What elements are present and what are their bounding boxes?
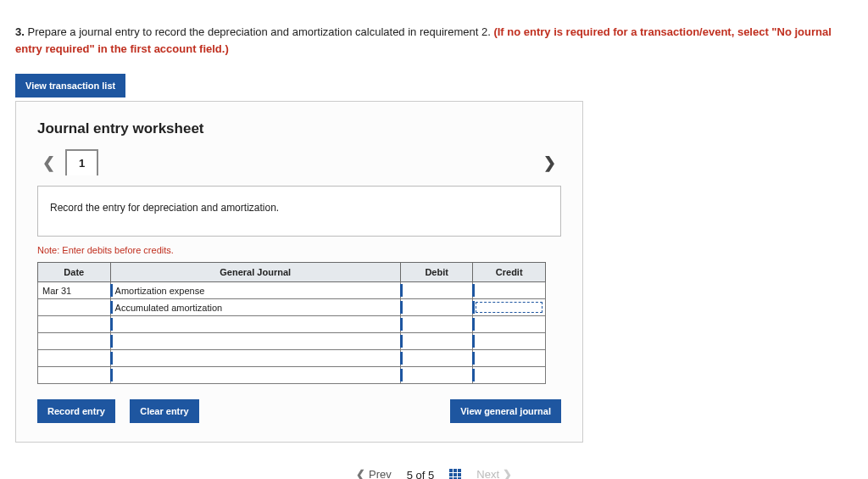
worksheet-title: Journal entry worksheet (37, 120, 561, 137)
credit-cell-focused[interactable] (473, 299, 546, 316)
credit-cell[interactable] (473, 316, 546, 333)
table-row: Mar 31 Amortization expense (38, 282, 546, 299)
account-cell[interactable] (110, 333, 400, 350)
table-row (38, 316, 546, 333)
step-navigator: ❮ 1 ❯ (37, 149, 561, 175)
chevron-right-icon: ❯ (503, 468, 512, 479)
prev-link[interactable]: ❮ Prev (356, 468, 391, 479)
debit-cell[interactable] (400, 299, 473, 316)
credit-cell[interactable] (473, 333, 546, 350)
question-body: Prepare a journal entry to record the de… (25, 25, 494, 38)
record-entry-button[interactable]: Record entry (37, 399, 115, 423)
grid-icon[interactable] (449, 469, 461, 479)
question-prompt: 3. Prepare a journal entry to record the… (15, 24, 853, 57)
header-date: Date (38, 263, 111, 282)
credit-cell[interactable] (473, 367, 546, 384)
note-text: Note: Enter debits before credits. (37, 245, 561, 255)
table-row (38, 350, 546, 367)
journal-worksheet: Journal entry worksheet ❮ 1 ❯ Record the… (15, 101, 583, 443)
account-cell[interactable] (110, 316, 400, 333)
debit-cell[interactable] (400, 367, 473, 384)
prev-label: Prev (369, 468, 392, 479)
table-row: Accumulated amortization (38, 299, 546, 316)
next-label: Next (476, 468, 499, 479)
account-cell[interactable]: Accumulated amortization (110, 299, 400, 316)
account-cell[interactable] (110, 367, 400, 384)
account-cell[interactable]: Amortization expense (110, 282, 400, 299)
debit-cell[interactable] (400, 350, 473, 367)
step-indicator[interactable]: 1 (65, 149, 98, 175)
next-link: Next ❯ (476, 468, 511, 479)
date-cell[interactable] (38, 350, 111, 367)
header-credit: Credit (473, 263, 546, 282)
chevron-right-icon[interactable]: ❯ (538, 153, 561, 172)
clear-entry-button[interactable]: Clear entry (130, 399, 198, 423)
journal-table: Date General Journal Debit Credit Mar 31… (37, 262, 546, 384)
view-transaction-list-button[interactable]: View transaction list (15, 74, 125, 97)
date-cell[interactable] (38, 316, 111, 333)
table-row (38, 333, 546, 350)
table-row (38, 367, 546, 384)
date-cell[interactable] (38, 299, 111, 316)
header-general-journal: General Journal (110, 263, 400, 282)
chevron-left-icon: ❮ (356, 468, 365, 479)
question-number: 3. (15, 25, 25, 38)
date-cell[interactable] (38, 367, 111, 384)
debit-cell[interactable] (400, 316, 473, 333)
header-debit: Debit (400, 263, 473, 282)
action-row: Record entry Clear entry View general jo… (37, 399, 561, 423)
chevron-left-icon: ❮ (37, 153, 60, 172)
credit-cell[interactable] (473, 282, 546, 299)
date-cell[interactable]: Mar 31 (38, 282, 111, 299)
debit-cell[interactable] (400, 333, 473, 350)
page-position: 5 of 5 (407, 469, 435, 480)
credit-cell[interactable] (473, 350, 546, 367)
page-navigation: ❮ Prev 5 of 5 Next ❯ (15, 468, 853, 479)
instruction-box: Record the entry for depreciation and am… (37, 186, 561, 237)
date-cell[interactable] (38, 333, 111, 350)
account-cell[interactable] (110, 350, 400, 367)
view-general-journal-button[interactable]: View general journal (450, 399, 561, 423)
debit-cell[interactable] (400, 282, 473, 299)
